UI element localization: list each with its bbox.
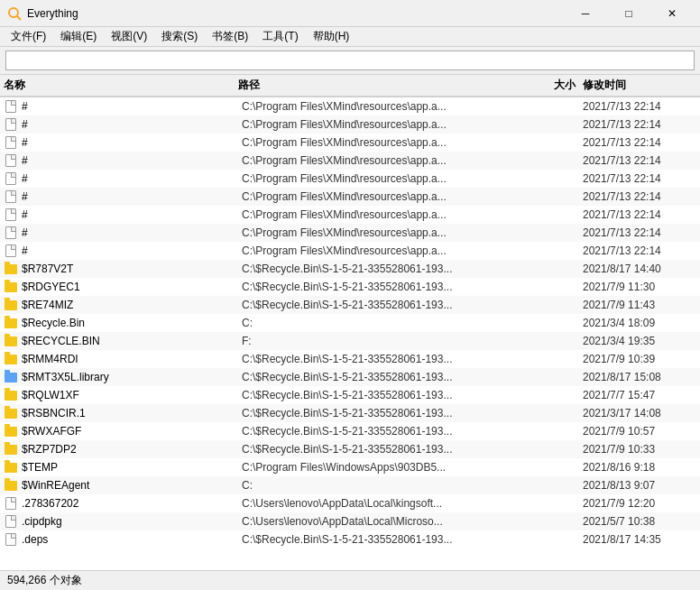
- file-modified: 2021/7/13 22:14: [583, 136, 700, 149]
- file-icon: [4, 514, 18, 529]
- maximize-button[interactable]: □: [608, 0, 649, 27]
- file-modified: 2021/7/7 15:47: [583, 389, 700, 401]
- menu-item-v[interactable]: 视图(V): [104, 27, 154, 46]
- table-row[interactable]: #C:\Program Files\XMind\resources\app.a.…: [0, 170, 700, 188]
- folder-icon: [4, 370, 18, 384]
- file-modified: 2021/7/9 12:20: [583, 497, 700, 510]
- file-icon: [4, 532, 18, 547]
- search-input[interactable]: [5, 51, 695, 70]
- file-name: $RE74MIZ: [22, 299, 242, 311]
- file-modified: 2021/3/4 18:09: [583, 317, 700, 329]
- file-name: #: [22, 208, 242, 221]
- file-name: #: [22, 226, 242, 239]
- app-icon: [7, 6, 22, 21]
- file-path: C:\$Recycle.Bin\S-1-5-21-335528061-193..…: [242, 407, 529, 419]
- table-row[interactable]: #C:\Program Files\XMind\resources\app.a.…: [0, 152, 700, 170]
- menu-item-f[interactable]: 文件(F): [4, 27, 53, 46]
- file-name: $R787V2T: [22, 263, 242, 275]
- file-list[interactable]: #C:\Program Files\XMind\resources\app.a.…: [0, 97, 700, 570]
- table-row[interactable]: .278367202C:\Users\lenovo\AppData\Local\…: [0, 494, 700, 512]
- file-path: C:\$Recycle.Bin\S-1-5-21-335528061-193..…: [242, 443, 529, 456]
- title-bar: Everything ─ □ ✕: [0, 0, 700, 27]
- table-row[interactable]: #C:\Program Files\XMind\resources\app.a.…: [0, 134, 700, 152]
- table-row[interactable]: #C:\Program Files\XMind\resources\app.a.…: [0, 242, 700, 260]
- file-name: $RSBNCIR.1: [22, 407, 242, 419]
- status-text: 594,266 个对象: [7, 573, 82, 588]
- file-modified: 2021/8/17 14:35: [583, 533, 700, 546]
- table-row[interactable]: #C:\Program Files\XMind\resources\app.a.…: [0, 97, 700, 115]
- file-modified: 2021/7/13 22:14: [583, 118, 700, 131]
- table-row[interactable]: $RZP7DP2C:\$Recycle.Bin\S-1-5-21-3355280…: [0, 440, 700, 458]
- menu-item-b[interactable]: 书签(B): [205, 27, 255, 46]
- col-header-path[interactable]: 路径: [238, 78, 529, 93]
- file-name: .cipdpkg: [22, 515, 242, 528]
- file-name: $Recycle.Bin: [22, 317, 242, 329]
- col-header-modified[interactable]: 修改时间: [583, 78, 700, 93]
- search-bar: [0, 47, 700, 75]
- close-button[interactable]: ✕: [651, 0, 693, 27]
- file-name: #: [22, 118, 242, 131]
- col-header-name[interactable]: 名称: [4, 78, 238, 93]
- file-modified: 2021/7/13 22:14: [583, 208, 700, 221]
- table-row[interactable]: $WinREAgentC:2021/8/13 9:07: [0, 476, 700, 494]
- file-modified: 2021/7/13 22:14: [583, 190, 700, 203]
- folder-icon: [4, 442, 18, 456]
- file-path: F:: [242, 335, 529, 347]
- file-name: $TEMP: [22, 461, 242, 474]
- file-name: #: [22, 154, 242, 167]
- file-path: C:\$Recycle.Bin\S-1-5-21-335528061-193..…: [242, 371, 529, 383]
- menu-item-s[interactable]: 搜索(S): [154, 27, 205, 46]
- file-icon: [4, 117, 18, 132]
- svg-point-0: [9, 8, 18, 17]
- file-path: C:\$Recycle.Bin\S-1-5-21-335528061-193..…: [242, 425, 529, 438]
- file-name: $WinREAgent: [22, 479, 242, 492]
- table-row[interactable]: #C:\Program Files\XMind\resources\app.a.…: [0, 115, 700, 134]
- file-path: C:\Users\lenovo\AppData\Local\Microso...: [242, 515, 529, 528]
- menu-item-e[interactable]: 编辑(E): [53, 27, 104, 46]
- file-name: $RECYCLE.BIN: [22, 335, 242, 347]
- file-icon: [4, 244, 18, 258]
- folder-icon: [4, 388, 18, 402]
- table-row[interactable]: $Recycle.BinC:2021/3/4 18:09: [0, 314, 700, 332]
- file-path: C:\Program Files\XMind\resources\app.a..…: [242, 190, 529, 203]
- file-path: C:: [242, 317, 529, 329]
- file-icon: [4, 153, 18, 168]
- menu-item-t[interactable]: 工具(T): [255, 27, 305, 46]
- table-row[interactable]: $RE74MIZC:\$Recycle.Bin\S-1-5-21-3355280…: [0, 296, 700, 314]
- file-name: $RMT3X5L.library: [22, 371, 242, 383]
- menu-bar: 文件(F)编辑(E)视图(V)搜索(S)书签(B)工具(T)帮助(H): [0, 27, 700, 47]
- file-name: #: [22, 136, 242, 149]
- table-row[interactable]: .depsC:\$Recycle.Bin\S-1-5-21-335528061-…: [0, 530, 700, 549]
- file-modified: 2021/7/13 22:14: [583, 172, 700, 185]
- table-row[interactable]: .cipdpkgC:\Users\lenovo\AppData\Local\Mi…: [0, 512, 700, 530]
- file-modified: 2021/7/13 22:14: [583, 100, 700, 113]
- file-path: C:\$Recycle.Bin\S-1-5-21-335528061-193..…: [242, 263, 529, 275]
- file-path: C:\$Recycle.Bin\S-1-5-21-335528061-193..…: [242, 281, 529, 293]
- table-row[interactable]: #C:\Program Files\XMind\resources\app.a.…: [0, 206, 700, 224]
- table-row[interactable]: #C:\Program Files\XMind\resources\app.a.…: [0, 188, 700, 206]
- file-icon: [4, 189, 18, 204]
- folder-icon: [4, 352, 18, 366]
- table-row[interactable]: $RQLW1XFC:\$Recycle.Bin\S-1-5-21-3355280…: [0, 386, 700, 404]
- table-row[interactable]: $RMM4RDIC:\$Recycle.Bin\S-1-5-21-3355280…: [0, 350, 700, 368]
- table-row[interactable]: #C:\Program Files\XMind\resources\app.a.…: [0, 224, 700, 242]
- file-name: .278367202: [22, 497, 242, 510]
- file-modified: 2021/7/13 22:14: [583, 154, 700, 167]
- file-name: #: [22, 100, 242, 113]
- file-path: C:\Program Files\XMind\resources\app.a..…: [242, 244, 529, 257]
- table-row[interactable]: $R787V2TC:\$Recycle.Bin\S-1-5-21-3355280…: [0, 260, 700, 278]
- col-header-size[interactable]: 大小: [529, 78, 583, 93]
- minimize-button[interactable]: ─: [565, 0, 606, 27]
- folder-icon: [4, 280, 18, 294]
- file-modified: 2021/7/13 22:14: [583, 226, 700, 239]
- table-row[interactable]: $RDGYEC1C:\$Recycle.Bin\S-1-5-21-3355280…: [0, 278, 700, 296]
- file-path: C:: [242, 479, 529, 492]
- app-title: Everything: [27, 7, 565, 20]
- table-row[interactable]: $TEMPC:\Program Files\WindowsApps\903DB5…: [0, 458, 700, 476]
- table-row[interactable]: $RSBNCIR.1C:\$Recycle.Bin\S-1-5-21-33552…: [0, 404, 700, 422]
- table-row[interactable]: $RECYCLE.BINF:2021/3/4 19:35: [0, 332, 700, 350]
- file-path: C:\Program Files\XMind\resources\app.a..…: [242, 100, 529, 113]
- table-row[interactable]: $RWXAFGFC:\$Recycle.Bin\S-1-5-21-3355280…: [0, 422, 700, 440]
- table-row[interactable]: $RMT3X5L.libraryC:\$Recycle.Bin\S-1-5-21…: [0, 368, 700, 386]
- menu-item-h[interactable]: 帮助(H): [306, 27, 357, 46]
